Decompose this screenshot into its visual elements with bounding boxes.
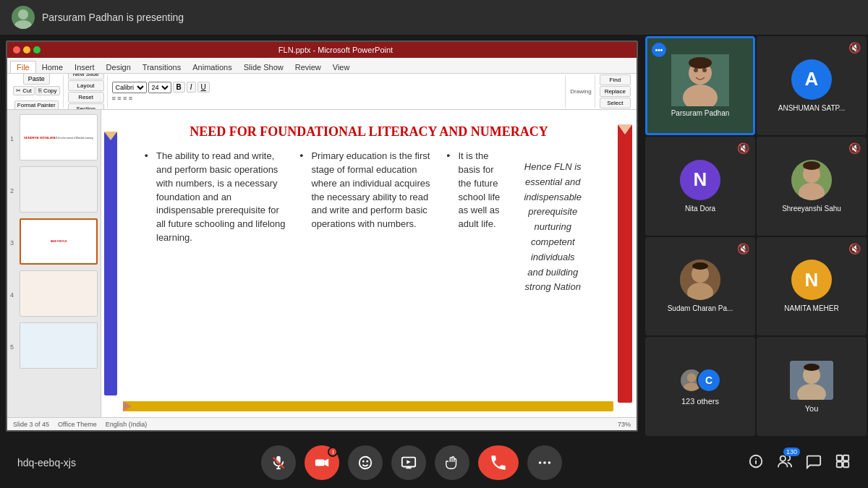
slides-panel[interactable]: 1 KENDRIYA VIDYALAYA FLN in the context … [7,110,101,417]
participant-tile-parsuram[interactable]: ••• Parsuram Padhan [645,36,755,135]
ribbon-tab-view[interactable]: View [327,61,356,73]
copy-button[interactable]: ⎘ Copy [35,86,60,95]
svg-marker-39 [407,460,412,464]
bullet-3: •It is the basis for the future school l… [446,150,501,395]
reset-button[interactable]: Reset [68,92,104,103]
info-button[interactable] [748,453,764,473]
find-button[interactable]: Find [600,74,631,85]
mic-button[interactable] [261,445,296,480]
svg-point-45 [755,458,757,459]
select-button[interactable]: Select [600,98,631,108]
present-icon [401,455,417,471]
svg-point-11 [694,68,698,72]
italic-button[interactable]: I [187,82,196,93]
new-slide-button[interactable]: New Slide [68,74,104,80]
ribbon-tab-transitions[interactable]: Transitions [137,61,187,73]
slide-title: NEED FOR FOUNDATIONAL LITERACY AND NUMER… [122,124,616,140]
participant-tile-you[interactable]: You [757,337,867,436]
main-slide: NEED FOR FOUNDATIONAL LITERACY AND NUMER… [101,110,637,417]
slide-thumbnail-5[interactable] [20,322,98,369]
namita-name: NAMITA MEHER [784,304,838,312]
mute-icon-nita: 🔇 [737,142,749,154]
bullet-1: •The ability to read and write, and perf… [145,150,288,395]
activities-icon [835,453,851,469]
ppt-maximize-btn[interactable] [33,46,41,53]
meeting-id: hdq-eebq-xjs [17,457,76,468]
ribbon-group-drawing: Drawing [567,75,595,108]
font-size-select[interactable]: 24 [148,82,171,93]
right-pencil-decoration [613,124,637,403]
people-button[interactable]: 130 [777,453,793,473]
participant-tile-anshuman[interactable]: 🔇 A ANSHUMAN SATP... [757,36,867,135]
slide-count: Slide 3 of 45 [13,421,49,428]
ribbon-tab-slideshow[interactable]: Slide Show [238,61,289,73]
controls-center: ! [261,445,562,480]
layout-button[interactable]: Layout [68,80,104,91]
participant-tile-shreeyanshi[interactable]: 🔇 Shreeyanshi Sahu [757,137,867,236]
format-painter-button[interactable]: Format Painter [14,100,59,110]
ribbon-group-clipboard: Paste ✂ Cut ⎘ Copy Format Painter [10,75,64,108]
font-family-select[interactable]: Calibri [112,82,147,93]
ribbon-tab-insert[interactable]: Insert [69,61,101,73]
zoom-level: 73% [618,421,631,428]
participant-tile-nita[interactable]: 🔇 N Nita Dora [645,137,755,236]
svg-point-33 [359,457,372,469]
shreeyanshi-name: Shreeyanshi Sahu [782,205,841,213]
replace-button[interactable]: Replace [600,86,631,97]
chat-button[interactable] [806,453,822,473]
sudam-avatar [680,260,720,300]
presenter-avatar [12,6,35,29]
more-options-icon [537,455,553,471]
others-name: 123 others [681,397,719,406]
you-name: You [805,404,819,413]
participant-tile-others[interactable]: C 123 others [645,337,755,436]
emoji-button[interactable] [348,445,383,480]
section-button[interactable]: Section [68,103,104,110]
ribbon-tab-design[interactable]: Design [101,61,137,73]
ppt-close-btn[interactable] [13,46,20,53]
other-avatar-2: C [697,368,721,393]
ppt-statusbar: Slide 3 of 45 Office Theme English (Indi… [7,417,637,430]
slide-thumbnail-3[interactable]: NEED FOR FLN [20,218,98,265]
slide-thumbnail-4[interactable] [20,270,98,317]
svg-marker-32 [325,459,329,467]
slide-thumbnail-1[interactable]: KENDRIYA VIDYALAYA FLN in the context of… [20,114,98,160]
svg-point-26 [804,364,820,371]
paste-button[interactable]: Paste [23,74,50,85]
more-options-button[interactable] [527,445,562,480]
svg-point-20 [692,262,708,270]
controls-bar: hdq-eebq-xjs ! [0,437,868,488]
raise-hand-button[interactable] [435,445,469,480]
cut-button[interactable]: ✂ Cut [13,86,35,95]
svg-point-13 [689,57,712,69]
camera-button[interactable]: ! [305,445,339,480]
more-options-parsuram[interactable]: ••• [652,43,666,57]
anshuman-avatar: A [791,59,832,100]
svg-point-34 [362,461,365,463]
bold-button[interactable]: B [173,82,185,93]
info-icon [748,453,764,469]
parsuram-name: Parsuram Padhan [671,109,730,117]
participants-sidebar: ••• Parsuram Padhan 🔇 A ANSHUMAN SATP... [644,35,868,437]
ribbon-group-font: Calibri 24 B I U ≡ ≡ ≡ ≡ [109,75,566,108]
top-bar: Parsuram Padhan is presenting [0,0,868,35]
ppt-minimize-btn[interactable] [23,46,30,53]
present-button[interactable] [391,445,426,480]
end-call-button[interactable] [478,445,519,480]
participant-tile-sudam[interactable]: 🔇 Sudam Charan Pa... [645,237,755,336]
end-call-icon [489,453,508,472]
ribbon-tab-review[interactable]: Review [289,61,327,73]
ribbon-tab-file[interactable]: File [10,61,36,73]
mic-icon [271,455,286,471]
slide-thumbnail-2[interactable] [20,166,98,213]
nita-avatar: N [680,160,720,200]
participant-tile-namita[interactable]: 🔇 N NAMITA MEHER [757,237,867,336]
ribbon-tab-home[interactable]: Home [36,61,69,73]
activities-button[interactable] [835,453,851,473]
ribbon-tab-animations[interactable]: Animations [187,61,237,73]
raise-hand-icon [444,455,460,471]
svg-point-15 [799,183,825,200]
sudam-name: Sudam Charan Pa... [665,304,736,312]
you-avatar [790,361,833,400]
underline-button[interactable]: U [197,82,210,93]
